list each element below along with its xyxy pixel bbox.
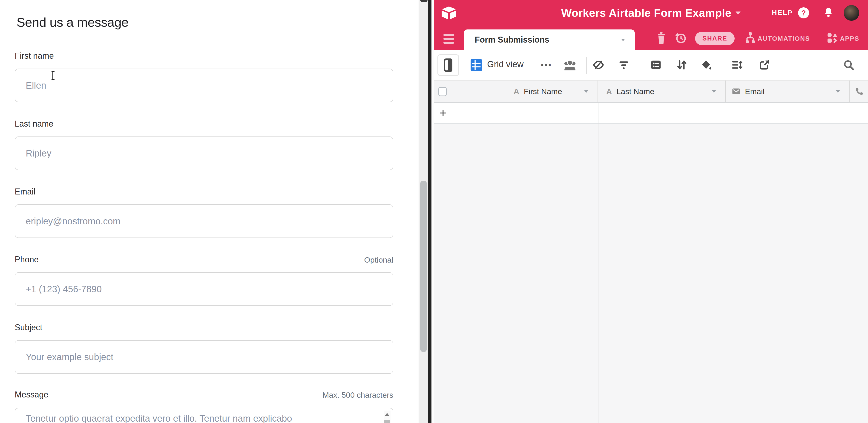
column-header-phone[interactable]: Phone [849, 81, 868, 102]
view-toolbar: Grid view ••• [434, 50, 868, 80]
text-cursor-icon [51, 71, 55, 80]
sidebar-panel-icon [444, 58, 453, 72]
last-name-input[interactable] [15, 137, 393, 170]
trash-icon[interactable] [656, 32, 666, 44]
airtable-window: Workers Airtable Form Example HELP ? For… [434, 0, 868, 423]
window-edge [431, 0, 434, 423]
last-name-label: Last name [15, 119, 53, 129]
chevron-down-icon [584, 90, 588, 93]
automations-button[interactable]: AUTOMATIONS [757, 35, 810, 42]
grid-empty-area [434, 124, 868, 423]
form-heading: Send us a message [17, 15, 128, 30]
color-icon[interactable] [701, 59, 713, 71]
left-pane-scrollbar-thumb[interactable] [420, 181, 427, 352]
grid-column-headers: A First Name A Last Name Email [434, 81, 868, 103]
share-view-icon[interactable] [758, 59, 771, 71]
view-more-menu[interactable]: ••• [541, 61, 552, 69]
hide-fields-icon[interactable] [592, 59, 604, 71]
chevron-down-icon [621, 39, 625, 41]
view-sidebar-toggle-button[interactable] [437, 54, 459, 76]
message-textarea[interactable]: Tenetur optio quaerat expedita vero et i… [15, 408, 393, 423]
add-record-row[interactable]: + [434, 103, 868, 124]
subject-label: Subject [15, 323, 42, 332]
phone-optional-hint: Optional [364, 255, 393, 265]
subject-label-row: Subject [15, 323, 393, 332]
text-field-icon: A [606, 87, 612, 96]
automations-icon[interactable] [745, 32, 755, 44]
last-name-label-row: Last name [15, 119, 393, 129]
active-table-name: Form Submissions [475, 35, 549, 44]
row-height-icon[interactable] [731, 59, 743, 71]
search-icon[interactable] [843, 59, 855, 71]
help-button[interactable]: HELP [772, 9, 793, 17]
message-label: Message [15, 390, 48, 399]
email-field-icon [732, 87, 741, 96]
view-name-button[interactable]: Grid view [487, 59, 524, 69]
notifications-bell-icon[interactable] [823, 6, 834, 19]
first-name-label: First name [15, 51, 54, 61]
column-header-last-name[interactable]: A Last Name [598, 81, 725, 102]
share-button[interactable]: SHARE [695, 32, 735, 45]
scroll-up-arrow-icon[interactable] [385, 413, 389, 416]
first-name-label-row: First name [15, 51, 393, 61]
phone-label-row: Phone Optional [15, 255, 393, 265]
phone-input[interactable] [15, 272, 393, 306]
user-avatar[interactable] [844, 5, 859, 21]
collaborators-icon[interactable] [563, 59, 577, 72]
frozen-column-divider[interactable] [598, 103, 598, 423]
share-label: SHARE [703, 35, 727, 42]
hamburger-menu-icon[interactable] [443, 34, 454, 44]
chevron-down-icon [736, 11, 741, 14]
phone-field-icon [855, 87, 864, 96]
chevron-down-icon [712, 90, 716, 93]
add-record-plus-icon: + [439, 107, 447, 119]
window-divider [428, 0, 431, 423]
message-scrollbar-thumb[interactable] [384, 420, 390, 423]
message-placeholder: Tenetur optio quaerat expedita vero et i… [26, 413, 292, 423]
toolbar-divider [586, 57, 587, 74]
email-field[interactable] [15, 204, 393, 238]
phone-label: Phone [15, 255, 39, 265]
message-maxchars-hint: Max. 500 characters [322, 391, 393, 399]
message-scrollbar[interactable] [384, 411, 391, 423]
message-label-row: Message Max. 500 characters [15, 390, 393, 399]
column-name: First Name [524, 87, 562, 96]
filter-icon[interactable] [618, 59, 630, 71]
apps-button[interactable]: APPS [840, 35, 859, 42]
grid-view-icon [470, 58, 483, 72]
screen: Send us a message First name Last name E… [0, 0, 868, 423]
text-field-icon: A [514, 87, 519, 96]
email-label: Email [15, 187, 35, 197]
select-all-checkbox[interactable] [438, 87, 447, 96]
column-name: Last Name [617, 87, 654, 96]
help-question-icon[interactable]: ? [798, 7, 809, 19]
history-icon[interactable] [675, 32, 687, 44]
base-title: Workers Airtable Form Example [561, 7, 732, 19]
question-mark: ? [801, 9, 806, 17]
first-name-input[interactable] [15, 68, 393, 102]
subject-input[interactable] [15, 340, 393, 374]
airtable-table-bar: Form Submissions SHARE [434, 26, 868, 50]
chevron-down-icon [836, 90, 840, 93]
tab-form-submissions[interactable]: Form Submissions [464, 29, 635, 50]
scrollbar-top-cap [420, 0, 428, 2]
apps-icon[interactable] [827, 32, 838, 44]
email-label-row: Email [15, 187, 393, 197]
contact-form-pane: Send us a message First name Last name E… [0, 0, 418, 423]
column-name: Email [745, 87, 765, 96]
column-header-email[interactable]: Email [725, 81, 849, 102]
column-header-first-name[interactable]: A First Name [453, 81, 598, 102]
group-icon[interactable] [650, 59, 662, 71]
sort-icon[interactable] [676, 59, 688, 71]
airtable-top-bar: Workers Airtable Form Example HELP ? [434, 0, 868, 26]
